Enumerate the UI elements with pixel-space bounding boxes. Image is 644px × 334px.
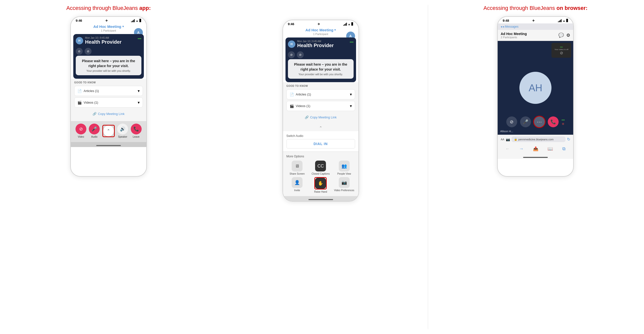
leave-ctrl-browser[interactable]: 📞 (548, 116, 559, 127)
copy-meeting-link-2[interactable]: 🔗 Copy Meeting Link (286, 112, 355, 122)
signal-leave-area: ▪▪▪ ⊗ (562, 118, 565, 126)
articles-item-1[interactable]: 📄 Articles (1) ▾ (74, 86, 143, 96)
articles-item-2[interactable]: 📄 Articles (1) ▾ (286, 89, 355, 100)
closed-captions-item[interactable]: CC Closed Captions (310, 160, 332, 175)
people-view-icon: 👥 (339, 160, 350, 172)
text-size-btn[interactable]: AA (501, 138, 504, 141)
mic-off-icon-1[interactable]: ⊘ (85, 48, 92, 55)
camera-off-row-2: ⊘ ⊘ (288, 51, 354, 58)
leave-control-btn-1[interactable]: 📞 Leave (131, 124, 142, 138)
camera-off-row-1: ⊘ ⊘ (76, 48, 142, 55)
invite-item[interactable]: 👤 Invite (286, 177, 308, 193)
camera-off-icon-1[interactable]: ⊘ (76, 48, 83, 55)
video-meta-2: H Mon Jan 10 | 9:45 AM Health Provider (288, 40, 354, 48)
right-title-bold: on browser: (556, 5, 588, 11)
video-off-icon-pip: ⊘ (560, 50, 563, 55)
phone-2: 9:46 ✈ ▲ ▊ Ad Hoc Meeting ▾ 1 Participan… (282, 20, 359, 202)
middle-section: 9:46 ✈ ▲ ▊ Ad Hoc Meeting ▾ 1 Participan… (215, 5, 427, 202)
expand-btn-1[interactable]: ⌃ (103, 126, 114, 136)
share-screen-icon: 🖥 (292, 160, 302, 172)
time-2: 9:46 (288, 22, 294, 26)
time-3: 9:48 (502, 19, 509, 22)
more-options-ctrl-browser[interactable]: ⋯ (534, 116, 545, 127)
videos-left-2: 🎬 Videos (1) (290, 104, 310, 108)
wifi-icon-3: ▲ (562, 19, 565, 22)
lock-icon: 🔒 (514, 138, 518, 141)
wait-sub-text-1: Your provider will be with you shortly. (79, 69, 138, 72)
videos-label-2: Videos (1) (296, 104, 310, 108)
video-control-btn-1[interactable]: ⊘ Video (76, 124, 86, 138)
camera-off-icon-2[interactable]: ⊘ (288, 51, 295, 58)
articles-label-2: Articles (1) (296, 92, 311, 96)
wait-main-text-1: Please wait here – you are in the right … (79, 59, 138, 68)
video-off-label: Your video is off (554, 48, 568, 50)
camera-btn-browser[interactable]: 📷 (506, 138, 510, 141)
signal-green-browser: ▪▪▪ (562, 118, 565, 122)
people-view-item[interactable]: 👥 People View (333, 160, 355, 175)
phone-1: 9:46 ✈ ▲ ▊ Ad Hoc Meeting ▾ 1 Participan… (70, 16, 147, 176)
video-area-2: H Mon Jan 10 | 9:45 AM Health Provider ▪… (286, 38, 356, 82)
switch-audio-section: Switch Audio DIAL IN (283, 131, 358, 152)
expand-control-btn-1[interactable]: ⌃ (102, 125, 115, 137)
settings-icon-browser[interactable]: ⚙ (566, 32, 570, 38)
section-divider (428, 5, 428, 329)
nav-bookmarks-btn[interactable]: 📖 (545, 145, 556, 152)
video-off-ctrl-browser[interactable]: ⊘ (506, 116, 517, 127)
dropdown-arrow-1: ▾ (122, 25, 124, 28)
copy-link-label-1: Copy Meeting Link (98, 112, 124, 116)
provider-avatar-2: H (288, 40, 295, 48)
refresh-btn[interactable]: ↻ (567, 137, 570, 142)
mic-off-icon-2[interactable]: ⊘ (297, 51, 304, 58)
mic-off-ctrl-browser[interactable]: 🎤 (520, 116, 531, 127)
provider-avatar-1: H (76, 37, 83, 44)
nav-forward-btn[interactable]: → (517, 145, 526, 152)
video-main-area: ▪▪▪ Your video is off ⊘ AH Allison H... … (498, 41, 573, 135)
chat-icon-browser[interactable]: 💬 (558, 32, 564, 38)
articles-left-2: 📄 Articles (1) (290, 92, 311, 96)
videos-item-1[interactable]: 🎬 Videos (1) ▾ (74, 98, 143, 108)
video-prefs-item[interactable]: 📷 Video Preferences (333, 177, 355, 193)
home-indicator-3 (523, 157, 548, 158)
status-bar-1: 9:46 ✈ ▲ ▊ (71, 17, 146, 24)
status-icons-2: ▲ ▊ (343, 22, 354, 26)
raise-hand-item[interactable]: ✋ Raise Hand (310, 177, 332, 193)
nav-back-btn[interactable]: ← (503, 145, 512, 152)
speaker-ctrl-icon-1: 🔊 (117, 124, 128, 134)
messages-back-btn[interactable]: ◂ ◂ Messages (501, 25, 518, 28)
speaker-control-btn-1[interactable]: 🔊 Speaker (117, 124, 128, 138)
nav-share-btn[interactable]: 📤 (530, 145, 541, 152)
dial-in-btn[interactable]: DIAL IN (286, 139, 355, 148)
articles-left-1: 📄 Articles (1) (78, 89, 99, 93)
battery-icon-1: ▊ (140, 19, 142, 22)
url-input[interactable]: 🔒 pennmedicine.bluejeans.com (512, 136, 566, 142)
more-options-label: More Options (286, 155, 355, 158)
phone-3: 9:48 ✈ ▲ ▊ ◂ ◂ Messages A (497, 16, 574, 176)
home-indicator-2 (308, 199, 333, 200)
home-bar-1 (71, 142, 146, 147)
messages-back-label: ◂ Messages (502, 25, 518, 28)
browser-nav: ← → 📤 📖 ⧉ (498, 144, 573, 154)
audio-control-btn-1[interactable]: 🎤 Audio (89, 124, 100, 138)
leave-ctrl-icon-1: 📞 (131, 124, 142, 134)
videos-chevron-2: ▾ (350, 104, 352, 108)
back-arrow: ◂ (501, 25, 502, 28)
battery-icon-2: ▊ (351, 22, 353, 26)
invite-label: Invite (294, 189, 300, 192)
left-title-bold: app: (140, 5, 151, 11)
good-to-know-label-1: GOOD TO KNOW (74, 81, 143, 84)
bottom-controls-browser: ⊘ 🎤 ⋯ 📞 ▪▪▪ ⊗ (498, 116, 573, 127)
right-title: Accessing through BlueJeans on browser: (481, 5, 590, 11)
link-icon-2: 🔗 (305, 116, 309, 119)
location-icon-3: ✈ (532, 19, 535, 22)
wifi-icon-1: ▲ (136, 19, 138, 22)
copy-meeting-link-1[interactable]: 🔗 Copy Meeting Link (74, 109, 143, 119)
location-icon-1: ✈ (105, 19, 108, 22)
more-options-grid: 🖥 Share Screen CC Closed Captions 👥 Peop… (286, 160, 355, 193)
share-screen-item[interactable]: 🖥 Share Screen (286, 160, 308, 175)
red-outline-1: ⌃ (102, 125, 115, 137)
videos-item-2[interactable]: 🎬 Videos (1) ▾ (286, 101, 355, 111)
nav-tabs-btn[interactable]: ⧉ (560, 145, 568, 152)
browser-back-bar: ◂ ◂ Messages (498, 24, 573, 30)
leave-ctrl-label-1: Leave (133, 136, 140, 138)
battery-icon-3: ▊ (566, 19, 568, 22)
